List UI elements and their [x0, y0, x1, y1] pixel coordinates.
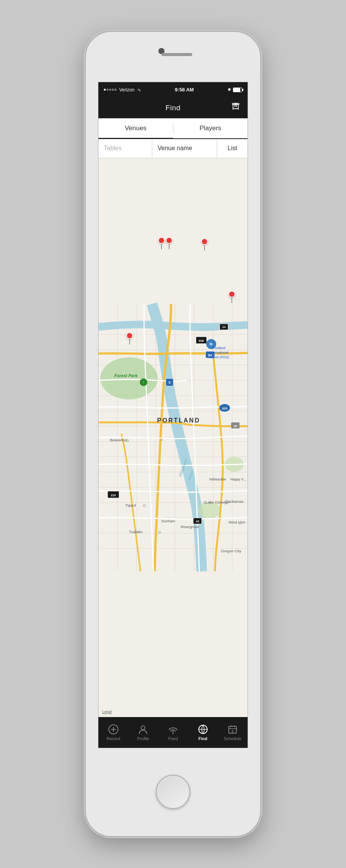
map-pin-4[interactable] [228, 291, 235, 303]
svg-text:International: International [210, 350, 229, 354]
status-right: ✱ [228, 87, 242, 92]
list-button-label: List [228, 145, 237, 152]
svg-point-30 [100, 357, 158, 399]
bluetooth-icon: ✱ [228, 87, 231, 92]
nav-find-label: Find [198, 736, 207, 741]
map-legal-link[interactable]: Legal [102, 710, 111, 714]
nav-schedule-label: Schedule [224, 736, 241, 741]
signal-dot-4 [112, 89, 114, 91]
svg-text:Oregon City: Oregon City [221, 549, 241, 553]
svg-text:Tigard: Tigard [125, 503, 136, 507]
signal-dot-5 [115, 89, 116, 91]
map-pin-1[interactable] [158, 237, 165, 249]
svg-text:PORTLAND: PORTLAND [157, 417, 200, 423]
tab-bar: Venues Players [98, 118, 248, 139]
tables-filter[interactable]: Tables [98, 139, 152, 158]
pin-stem [204, 245, 205, 250]
pin-circle [166, 237, 173, 244]
svg-text:Rivergrove: Rivergrove [181, 525, 200, 529]
svg-text:5: 5 [169, 381, 171, 384]
add-icon [108, 724, 119, 735]
venue-name-text: Venue name [158, 145, 192, 152]
find-icon [198, 724, 208, 735]
svg-text:↑: ↑ [143, 380, 145, 384]
nav-record-label: Record [106, 736, 120, 741]
pin-stem [169, 244, 170, 249]
svg-text:26: 26 [234, 424, 237, 427]
earpiece-speaker [161, 53, 192, 56]
signal-dot-3 [109, 89, 111, 91]
status-bar: Verizon ∿ 9:58 AM ✱ [98, 82, 248, 98]
signal-strength [104, 89, 116, 91]
home-button[interactable] [156, 775, 190, 809]
svg-text:5: 5 [232, 729, 234, 733]
app-header: Find [98, 98, 248, 118]
svg-text:14: 14 [222, 325, 226, 329]
pin-circle [201, 238, 208, 245]
tab-venues[interactable]: Venues [98, 119, 173, 139]
map-view[interactable]: 5 84 99E 14 ✈ 205 [98, 158, 248, 717]
notification-icon[interactable] [231, 102, 241, 114]
pin-stem [129, 339, 130, 345]
svg-point-82 [172, 733, 173, 734]
pin-circle [158, 237, 165, 244]
phone-bottom-hardware [86, 748, 260, 836]
wifi-icon: ∿ [137, 87, 141, 93]
svg-point-32 [198, 502, 221, 518]
svg-text:Milwaukie: Milwaukie [210, 477, 226, 481]
svg-text:Airport (PDX): Airport (PDX) [208, 355, 229, 359]
svg-text:West Linn: West Linn [228, 520, 245, 524]
map-container: 5 84 99E 14 ✈ 205 [98, 158, 248, 717]
pin-stem [231, 298, 232, 303]
feed-icon [168, 724, 178, 735]
signal-dot-1 [104, 89, 106, 91]
battery-fill [233, 88, 240, 92]
profile-icon [138, 724, 148, 735]
list-view-button[interactable]: List [217, 139, 248, 158]
nav-find[interactable]: Find [188, 724, 218, 741]
phone-screen: Verizon ∿ 9:58 AM ✱ Find [98, 82, 248, 748]
map-svg: 5 84 99E 14 ✈ 205 [98, 158, 248, 717]
svg-text:99E: 99E [199, 339, 204, 342]
status-left: Verizon ∿ [104, 87, 141, 93]
phone-device: Verizon ∿ 9:58 AM ✱ Find [85, 31, 261, 837]
svg-text:Tualatin: Tualatin [129, 530, 143, 534]
carrier-label: Verizon [119, 87, 135, 93]
signal-dot-2 [106, 89, 108, 91]
battery-indicator [233, 88, 242, 92]
pin-circle [228, 291, 235, 298]
svg-text:43: 43 [196, 520, 199, 523]
tables-placeholder: Tables [104, 145, 121, 152]
svg-text:Portland: Portland [213, 346, 226, 350]
svg-text:210: 210 [111, 493, 116, 497]
bottom-navigation: Record Profile Feed [98, 717, 248, 748]
schedule-icon: 5 [227, 724, 238, 735]
svg-point-81 [141, 726, 145, 730]
pin-circle [126, 332, 133, 339]
status-time: 9:58 AM [175, 87, 194, 93]
svg-text:Clackamas: Clackamas [225, 499, 243, 503]
map-pin-3[interactable] [201, 238, 208, 250]
nav-record[interactable]: Record [98, 724, 128, 741]
filter-bar: Tables Venue name List [98, 139, 248, 158]
map-pin-5[interactable] [126, 332, 133, 345]
phone-top-hardware [86, 32, 260, 82]
nav-feed-label: Feed [168, 736, 178, 741]
svg-text:205: 205 [222, 407, 228, 410]
header-title: Find [166, 104, 181, 112]
nav-schedule[interactable]: 5 Schedule [218, 724, 248, 741]
pin-stem [161, 244, 162, 249]
nav-profile-label: Profile [137, 736, 149, 741]
venue-name-filter[interactable]: Venue name [152, 139, 217, 158]
map-pin-2[interactable] [166, 237, 173, 249]
nav-feed[interactable]: Feed [158, 724, 188, 741]
svg-text:Happy V...: Happy V... [230, 477, 246, 481]
svg-text:Beaverton: Beaverton [110, 438, 127, 442]
tab-players[interactable]: Players [173, 119, 248, 139]
svg-text:Durham: Durham [161, 519, 175, 523]
nav-profile[interactable]: Profile [128, 724, 158, 741]
svg-text:Forest Park: Forest Park [115, 373, 138, 378]
